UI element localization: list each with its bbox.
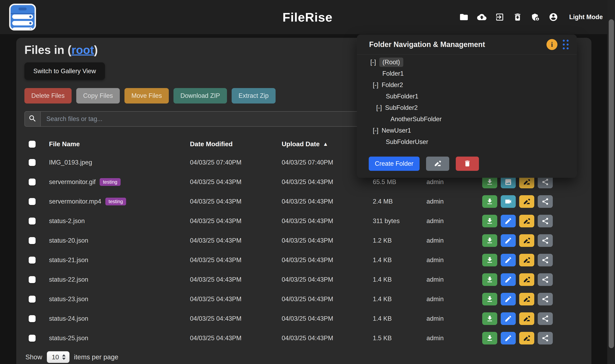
row-checkbox[interactable]	[29, 296, 36, 303]
exit-icon[interactable]	[495, 12, 505, 22]
row-checkbox[interactable]	[29, 198, 36, 205]
rename-tag-button[interactable]	[519, 215, 534, 227]
column-header-file-name[interactable]: File Name	[49, 140, 190, 148]
folder-label[interactable]: Folder1	[382, 70, 404, 77]
collapse-expander[interactable]: [-]	[373, 81, 379, 89]
rename-tag-button[interactable]	[519, 293, 534, 305]
create-folder-button[interactable]: Create Folder	[369, 156, 419, 171]
search-input[interactable]	[41, 111, 362, 127]
account-icon[interactable]	[549, 12, 558, 22]
row-checkbox[interactable]	[29, 335, 36, 342]
edit-file-button[interactable]	[501, 273, 516, 286]
folder-label[interactable]: AnotherSubFolder	[391, 116, 442, 123]
info-icon[interactable]: i	[547, 39, 557, 50]
row-checkbox[interactable]	[29, 218, 36, 224]
folder-label[interactable]: (Root)	[379, 58, 403, 67]
folder-tree-item-root[interactable]: [-](Root)	[357, 56, 577, 68]
light-mode-toggle[interactable]: Light Mode	[569, 13, 603, 21]
folder-tree-item-newuser1[interactable]: [-]NewUser1	[357, 125, 577, 136]
page-size-select[interactable]: 10	[47, 351, 70, 363]
file-name[interactable]: servermonitor.mp4	[49, 198, 101, 205]
share-button[interactable]	[538, 254, 553, 266]
folder-tree-item-anothersubfolder[interactable]: AnotherSubFolder	[357, 114, 577, 125]
root-folder-link[interactable]: root	[71, 43, 94, 56]
filerise-logo[interactable]	[9, 4, 36, 30]
edit-file-button[interactable]	[501, 312, 516, 325]
column-header-date-modified[interactable]: Date Modified	[190, 140, 282, 148]
drag-handle-icon[interactable]	[563, 40, 569, 49]
extract-zip-button[interactable]: Extract Zip	[232, 88, 275, 104]
download-button[interactable]	[482, 312, 497, 325]
folder-label[interactable]: SubFolderUser	[386, 138, 428, 146]
file-name[interactable]: servermonitor.gif	[49, 178, 96, 186]
collapse-expander[interactable]: [-]	[376, 104, 382, 111]
folder-tree-item-folder2[interactable]: [-]Folder2	[357, 79, 577, 91]
folder-label[interactable]: SubFolder2	[385, 104, 418, 111]
share-button[interactable]	[538, 293, 553, 305]
row-checkbox[interactable]	[29, 276, 36, 283]
share-button[interactable]	[538, 312, 553, 325]
rename-tag-button[interactable]	[519, 332, 534, 344]
file-name[interactable]: status-22.json	[49, 276, 88, 283]
cloud-upload-icon[interactable]	[477, 12, 487, 22]
folder-tree-item-subfolder1[interactable]: SubFolder1	[357, 91, 577, 102]
admin-shield-icon[interactable]	[531, 12, 540, 22]
download-button[interactable]	[482, 332, 497, 344]
scrollbar-thumb[interactable]	[609, 19, 614, 348]
row-checkbox[interactable]	[29, 159, 36, 166]
rename-tag-button[interactable]	[519, 312, 534, 325]
download-button[interactable]	[482, 215, 497, 227]
rename-tag-button[interactable]	[519, 254, 534, 266]
row-checkbox[interactable]	[29, 237, 36, 244]
download-button[interactable]	[482, 273, 497, 286]
file-name[interactable]: status-21.json	[49, 256, 88, 264]
copy-files-button[interactable]: Copy Files	[76, 88, 120, 104]
collapse-expander[interactable]: [-]	[370, 59, 376, 66]
rename-tag-button[interactable]	[519, 195, 534, 208]
rename-tag-button[interactable]	[519, 234, 534, 247]
search-button[interactable]	[24, 111, 41, 127]
download-button[interactable]	[482, 293, 497, 305]
file-name[interactable]: status-24.json	[49, 315, 88, 322]
edit-file-button[interactable]	[501, 293, 516, 305]
collapse-expander[interactable]: [-]	[373, 127, 379, 134]
switch-gallery-view-button[interactable]: Switch to Gallery View	[24, 63, 105, 80]
folder-label[interactable]: Folder2	[382, 81, 403, 89]
select-all-checkbox[interactable]	[29, 141, 36, 148]
file-name[interactable]: status-23.json	[49, 296, 88, 303]
move-files-button[interactable]: Move Files	[124, 88, 169, 104]
share-button[interactable]	[538, 234, 553, 247]
file-name[interactable]: IMG_0193.jpeg	[49, 159, 92, 166]
row-checkbox[interactable]	[29, 315, 36, 322]
delete-files-button[interactable]: Delete Files	[24, 88, 72, 104]
row-checkbox[interactable]	[29, 179, 36, 185]
download-zip-button[interactable]: Download ZIP	[173, 88, 227, 104]
folder-label[interactable]: SubFolder1	[386, 93, 418, 100]
share-button[interactable]	[538, 273, 553, 286]
folder-tree-item-subfolderuser[interactable]: SubFolderUser	[357, 136, 577, 148]
preview-video-button[interactable]	[501, 195, 516, 208]
delete-folder-button[interactable]	[456, 156, 479, 171]
edit-file-button[interactable]	[501, 332, 516, 344]
file-name[interactable]: status-25.json	[49, 335, 88, 342]
folder-label[interactable]: NewUser1	[382, 127, 411, 134]
rename-folder-button[interactable]	[426, 156, 449, 171]
share-button[interactable]	[538, 215, 553, 227]
rename-tag-button[interactable]	[519, 273, 534, 286]
scrollbar-track[interactable]	[607, 0, 615, 364]
restore-trash-icon[interactable]	[513, 12, 523, 22]
folder-tree-item-subfolder2[interactable]: [-]SubFolder2	[357, 102, 577, 114]
folder-tree-item-folder1[interactable]: Folder1	[357, 68, 577, 79]
download-button[interactable]	[482, 254, 497, 266]
share-button[interactable]	[538, 332, 553, 344]
folder-icon[interactable]	[459, 12, 469, 22]
edit-file-button[interactable]	[501, 234, 516, 247]
download-button[interactable]	[482, 195, 497, 208]
share-button[interactable]	[538, 195, 553, 208]
file-name[interactable]: status-20.json	[49, 237, 88, 244]
edit-file-button[interactable]	[501, 254, 516, 266]
file-name[interactable]: status-2.json	[49, 217, 85, 225]
edit-file-button[interactable]	[501, 215, 516, 227]
row-checkbox[interactable]	[29, 257, 36, 263]
download-button[interactable]	[482, 234, 497, 247]
